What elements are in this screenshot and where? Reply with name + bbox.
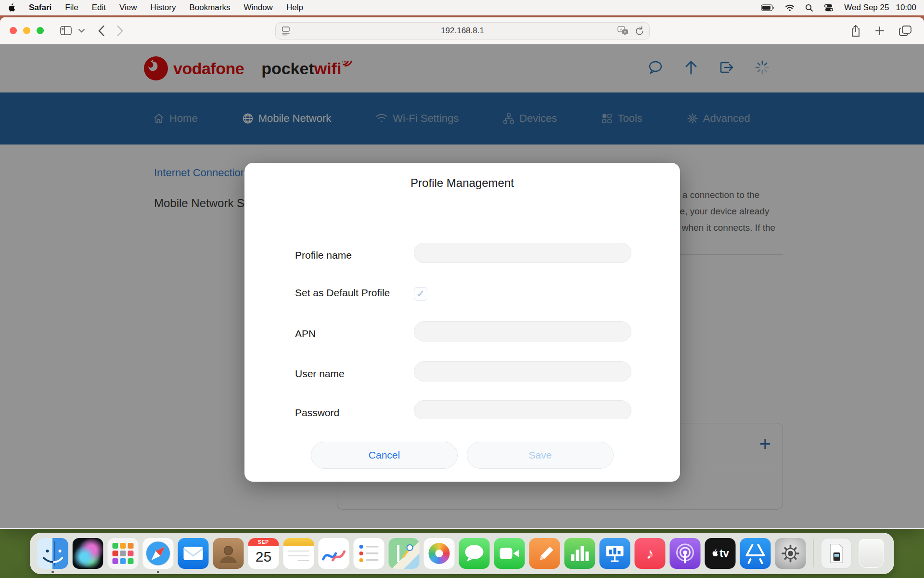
dock-maps-icon[interactable]	[389, 538, 420, 569]
menu-file[interactable]: File	[65, 3, 78, 13]
dock-photos-icon[interactable]	[424, 538, 455, 569]
close-window-button[interactable]	[10, 27, 17, 34]
dock-notes-icon[interactable]	[283, 538, 314, 569]
running-indicator	[157, 571, 159, 573]
dialog-title: Profile Management	[244, 176, 680, 190]
profile-form: Profile name Set as Default Profile ✓ AP…	[244, 192, 680, 419]
menu-edit[interactable]: Edit	[92, 3, 106, 13]
dock-pages-icon[interactable]	[529, 538, 560, 569]
running-indicator	[51, 571, 54, 573]
translate-icon[interactable]: Ax	[617, 26, 630, 39]
menu-safari[interactable]: Safari	[29, 3, 51, 13]
dock-settings-icon[interactable]	[775, 538, 806, 569]
apn-label: APN	[295, 328, 316, 340]
dock-trash-icon[interactable]	[856, 538, 887, 569]
menu-time: 10:00	[896, 3, 916, 13]
url-text: 192.168.8.1	[441, 26, 484, 36]
menu-window[interactable]: Window	[244, 3, 272, 13]
password-input[interactable]	[414, 400, 631, 419]
dock-siri-icon[interactable]	[73, 538, 103, 569]
browser-toolbar: 192.168.8.1 Ax	[0, 17, 924, 44]
dock-diskimage-icon[interactable]	[821, 538, 852, 569]
share-icon[interactable]	[851, 25, 860, 37]
dock-music-icon[interactable]: ♪	[635, 538, 666, 569]
dock-launchpad-icon[interactable]	[108, 538, 139, 569]
menu-help[interactable]: Help	[286, 3, 303, 13]
save-button[interactable]: Save	[467, 442, 614, 469]
username-label: User name	[295, 368, 345, 380]
safari-window: 192.168.8.1 Ax	[0, 17, 924, 529]
page-format-icon[interactable]	[282, 26, 290, 39]
dock-numbers-icon[interactable]	[565, 538, 595, 569]
calendar-month: SEP	[248, 538, 279, 546]
cancel-button[interactable]: Cancel	[311, 442, 458, 469]
new-tab-button[interactable]	[875, 26, 885, 36]
sidebar-toggle-button[interactable]	[60, 26, 72, 35]
dock-finder-icon[interactable]	[38, 538, 68, 569]
back-button[interactable]	[98, 26, 104, 36]
reload-icon[interactable]	[635, 26, 644, 39]
dock-podcasts-icon[interactable]	[670, 538, 701, 569]
default-profile-label: Set as Default Profile	[295, 287, 390, 299]
username-input[interactable]	[414, 361, 631, 381]
dock-messages-icon[interactable]	[459, 538, 490, 569]
password-label: Password	[295, 407, 339, 419]
menu-view[interactable]: View	[119, 3, 137, 13]
apple-menu-icon[interactable]	[8, 3, 15, 13]
window-controls	[10, 27, 44, 34]
dock-divider	[813, 539, 814, 567]
menu-clock[interactable]: Wed Sep 25 10:00	[844, 3, 916, 13]
dock-freeform-icon[interactable]	[319, 538, 349, 569]
profile-management-dialog: Profile Management Profile name Set as D…	[244, 163, 680, 482]
menu-history[interactable]: History	[151, 3, 176, 13]
tab-overview-button[interactable]	[899, 26, 911, 36]
profile-name-input[interactable]	[414, 243, 631, 263]
forward-button[interactable]	[117, 26, 123, 36]
dock-keynote-icon[interactable]	[600, 538, 630, 569]
spotlight-icon[interactable]	[805, 4, 813, 12]
zoom-window-button[interactable]	[37, 27, 44, 34]
menu-bookmarks[interactable]: Bookmarks	[189, 3, 230, 13]
dock-contacts-icon[interactable]	[213, 538, 244, 569]
control-center-icon[interactable]	[824, 4, 834, 12]
minimize-window-button[interactable]	[23, 27, 30, 34]
macos-menu-bar: Safari File Edit View History Bookmarks …	[0, 0, 924, 15]
macos-dock: SEP25♪tv	[30, 533, 894, 574]
default-profile-checkbox[interactable]: ✓	[414, 287, 427, 301]
apn-input[interactable]	[414, 321, 631, 342]
dock-safari-icon[interactable]	[143, 538, 174, 569]
svg-text:x: x	[624, 30, 626, 34]
dock-mail-icon[interactable]	[178, 538, 209, 569]
address-bar[interactable]: 192.168.8.1 Ax	[275, 22, 650, 39]
wifi-status-icon[interactable]	[785, 4, 795, 12]
dock-tv-icon[interactable]: tv	[705, 538, 736, 569]
calendar-day: 25	[248, 546, 279, 567]
chevron-down-icon[interactable]	[78, 29, 85, 33]
dock-calendar-icon[interactable]: SEP25	[248, 538, 279, 569]
menu-date: Wed Sep 25	[844, 3, 889, 13]
router-admin-page: vodafone pocketwifi™	[0, 44, 924, 528]
profile-name-label: Profile name	[295, 250, 352, 261]
dock-facetime-icon[interactable]	[494, 538, 525, 569]
dock-appstore-icon[interactable]	[740, 538, 771, 569]
dock-reminders-icon[interactable]	[354, 538, 385, 569]
battery-icon[interactable]	[761, 4, 774, 11]
